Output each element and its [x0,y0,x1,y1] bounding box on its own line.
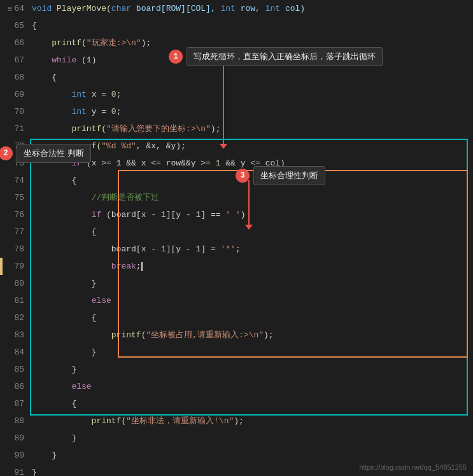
code-token: row, [236,4,265,13]
line-code: } [29,344,473,361]
line-num-text: 68 [14,73,24,82]
code-line: 86 else [0,378,473,395]
code-line: 84 } [0,344,473,361]
line-number: 91 [0,468,29,476]
badge-2: 2 [0,146,13,160]
badge-3: 3 [236,169,250,183]
line-num-text: 88 [14,416,24,426]
code-token: ] = [201,244,220,254]
code-line: 83 printf("坐标被占用,请重新输入:>\n"); [0,326,473,344]
code-token: board[ROW][COL], [131,4,220,13]
line-num-text: 78 [14,244,24,254]
line-num-text: 90 [14,451,24,460]
annotation-2: 2 坐标合法性 判断 [0,144,91,163]
code-token: ][y - [166,210,196,220]
code-token: { [32,313,96,323]
code-token: 1 [161,244,166,254]
line-number: 68 [0,73,29,82]
line-num-text: 66 [14,38,24,48]
line-num-text: 71 [14,124,24,134]
line-num-text: 75 [14,193,24,202]
code-token: } [32,451,57,460]
line-code: printf("请输入您要下的坐标:>\n"); [29,120,473,137]
code-token: printf( [32,416,126,426]
code-token: int [71,107,86,116]
code-token [32,210,92,220]
fold-icon[interactable]: ⊟ [8,5,11,13]
code-line: 80 } [0,275,473,292]
line-code: } [29,361,473,378]
code-token: } [32,433,76,443]
annotation-3: 3 坐标合理性判断 [236,166,325,185]
line-num-text: 64 [14,4,24,13]
code-line: 78 board[x - 1][y - 1] = '*'; [0,241,473,258]
line-code: } [29,430,473,447]
code-token [32,382,71,391]
code-line: 70 int y = 0; [0,103,473,120]
annotation-1-text: 写成死循环，直至输入正确坐标后，落子跳出循环 [187,47,383,66]
line-number: 88 [0,416,29,426]
code-token: if [92,210,102,220]
line-num-text: 69 [14,90,24,99]
code-token [32,55,52,65]
code-line: 75 //判断是否被下过 [0,189,473,206]
code-token: ); [264,330,274,340]
code-token: '*' [221,244,236,254]
code-token: x = [87,90,111,99]
code-token: ); [234,416,244,426]
code-editor: ⊟64void PlayerMove(char board[ROW][COL],… [0,0,473,476]
code-token: ] == [201,210,225,220]
code-token: "坐标非法，请重新输入!\n" [126,416,234,426]
line-code: //判断是否被下过 [29,189,473,206]
code-line: 69 int x = 0; [0,86,473,103]
line-number: 81 [0,296,29,305]
line-number: 70 [0,107,29,116]
line-num-text: 79 [14,262,24,271]
line-num-text: 81 [14,296,24,305]
annotation-3-text: 坐标合理性判断 [253,166,325,185]
line-code: { [29,395,473,412]
line-code: } [29,275,473,292]
code-token: col) [280,4,305,13]
code-token: ; [136,262,141,271]
code-token: 0 [111,107,116,116]
line-num-text: 85 [14,365,24,374]
line-number: 86 [0,382,29,391]
line-num-text: 70 [14,107,24,116]
code-token: "请输入您要下的坐标:>\n" [106,124,211,134]
code-token: y = [87,107,111,116]
line-number: 87 [0,399,29,409]
code-token: printf( [32,38,87,48]
code-token: ; [116,90,122,99]
code-token [32,262,111,271]
line-num-text: 84 [14,347,24,357]
line-number: 69 [0,90,29,99]
code-token [32,107,71,116]
code-token: ' ' [225,210,240,220]
code-line: 90 } [0,447,473,464]
line-number: ⊟64 [0,4,29,13]
line-code: int y = 0; [29,103,473,120]
line-number: 77 [0,227,29,237]
line-code: break; [29,258,473,275]
code-line: 68 { [0,69,473,86]
code-token: { [32,227,96,237]
line-number: 76 [0,210,29,220]
code-token: { [32,176,76,185]
code-token: ; [236,244,241,254]
code-token: "坐标被占用,请重新输入:>\n" [146,330,264,340]
code-token: char [111,4,131,13]
code-token: break [111,262,136,271]
code-token: 0 [111,90,116,99]
line-number: 75 [0,193,29,202]
line-num-text: 82 [14,313,24,323]
line-code: { [29,17,473,34]
code-line: 79 break; [0,258,473,275]
line-code: void PlayerMove(char board[ROW][COL], in… [29,0,473,17]
code-token: ][y - [166,244,196,254]
line-number: 71 [0,124,29,134]
line-num-text: 80 [14,279,24,288]
code-line: 82 { [0,309,473,326]
code-token: int [265,4,280,13]
code-token: } [32,347,96,357]
